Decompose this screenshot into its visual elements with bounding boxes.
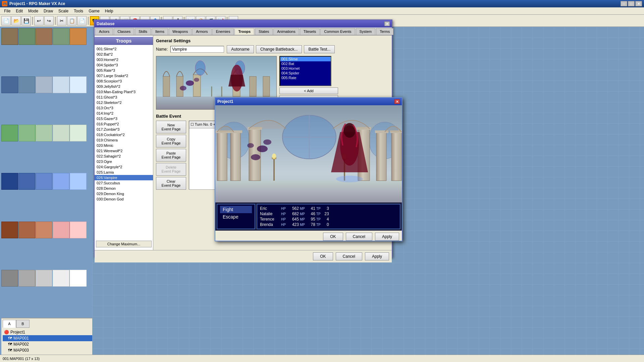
enemy-item-002[interactable]: 002:Bat xyxy=(280,61,331,66)
tab-system[interactable]: System xyxy=(356,28,376,35)
tab-b[interactable]: B xyxy=(16,320,30,328)
tile-cell[interactable] xyxy=(1,270,18,287)
menu-edit[interactable]: Edit xyxy=(13,8,25,14)
tile-cell[interactable] xyxy=(18,270,35,287)
popup-ok-button[interactable]: OK xyxy=(323,233,343,241)
add-enemy-button[interactable]: < Add xyxy=(279,87,338,94)
tile-cell[interactable] xyxy=(70,270,87,287)
tab-skills[interactable]: Skills xyxy=(135,28,151,35)
toolbar-cut[interactable]: ✂ xyxy=(57,16,66,25)
enemy-item-001[interactable]: 001:Slime xyxy=(280,57,331,61)
change-maximum-button[interactable]: Change Maximum... xyxy=(96,241,152,247)
database-close-button[interactable]: ✕ xyxy=(384,21,390,26)
tile-cell[interactable] xyxy=(70,28,87,45)
clear-event-page-button[interactable]: ClearEvent Page xyxy=(156,177,186,190)
autoname-button[interactable]: Autoname xyxy=(227,45,254,53)
maximize-button[interactable]: □ xyxy=(628,1,635,6)
tile-cell[interactable] xyxy=(70,222,87,238)
enemy-list[interactable]: 001:Slime 002:Bat 003:Hornet 004:Spider … xyxy=(279,56,331,86)
tile-cell[interactable] xyxy=(36,270,52,287)
troop-009[interactable]: 009:Jellyfish*2 xyxy=(95,84,153,89)
troop-018[interactable]: 018:Cockatrice*2 xyxy=(95,132,153,137)
troop-029[interactable]: 029:Demon King xyxy=(95,191,153,196)
toolbar-undo[interactable]: ↩ xyxy=(34,16,44,25)
troop-021[interactable]: 021:Werewolf*2 xyxy=(95,148,153,154)
tile-cell[interactable] xyxy=(18,125,35,141)
menu-help[interactable]: Help xyxy=(102,8,116,14)
troop-028[interactable]: 028:Demon xyxy=(95,186,153,191)
enemy-item-005[interactable]: 005:Rate xyxy=(280,75,331,80)
tab-terms[interactable]: Terms xyxy=(376,28,393,35)
troop-002[interactable]: 002:Bat*2 xyxy=(95,52,153,57)
toolbar-copy[interactable]: 📋 xyxy=(67,16,76,25)
troop-name-input[interactable] xyxy=(170,46,224,53)
tile-cell[interactable] xyxy=(1,222,18,238)
troop-015[interactable]: 015:Gazer*3 xyxy=(95,116,153,121)
tile-cell[interactable] xyxy=(18,222,35,238)
tile-cell[interactable] xyxy=(1,125,18,141)
delete-event-page-button[interactable]: DeleteEvent Page xyxy=(156,163,186,176)
popup-apply-button[interactable]: Apply xyxy=(375,233,399,241)
tile-cell[interactable] xyxy=(36,28,52,45)
battle-popup-close-button[interactable]: ✕ xyxy=(394,99,400,104)
tile-cell[interactable] xyxy=(36,173,52,190)
troop-008[interactable]: 008:Scorpion*3 xyxy=(95,78,153,84)
menu-file[interactable]: File xyxy=(1,8,13,14)
paste-event-page-button[interactable]: PasteEvent Page xyxy=(156,149,186,162)
fight-option[interactable]: Fight xyxy=(220,206,252,213)
enemy-item-003[interactable]: 003:Hornet xyxy=(280,66,331,71)
tab-a[interactable]: A xyxy=(3,320,16,328)
tree-map002[interactable]: 🗺 MAP002 xyxy=(3,341,92,347)
change-battleback-button[interactable]: Change Battleback... xyxy=(256,45,302,53)
menu-draw[interactable]: Draw xyxy=(41,8,56,14)
troop-014[interactable]: 014:Imp*2 xyxy=(95,111,153,116)
tile-cell[interactable] xyxy=(53,125,69,141)
toolbar-paste[interactable]: 📄 xyxy=(77,16,87,25)
troop-019[interactable]: 019:Chimera xyxy=(95,137,153,143)
troop-024[interactable]: 024:Gargoyle*2 xyxy=(95,164,153,170)
troop-017[interactable]: 017:Zombie*3 xyxy=(95,127,153,132)
tile-cell[interactable] xyxy=(70,173,87,190)
apply-button[interactable]: Apply xyxy=(365,252,389,260)
tile-cell[interactable] xyxy=(53,270,69,287)
tile-cell[interactable] xyxy=(70,125,87,141)
troop-027[interactable]: 027:Succubus xyxy=(95,180,153,186)
toolbar-new[interactable]: 📄 xyxy=(1,16,11,25)
troop-020[interactable]: 020:Mimic xyxy=(95,143,153,148)
menu-tools[interactable]: Tools xyxy=(71,8,86,14)
troop-001[interactable]: 001:Slime*2 xyxy=(95,46,153,52)
troop-022[interactable]: 022:Sahagin*2 xyxy=(95,154,153,159)
menu-scale[interactable]: Scale xyxy=(56,8,71,14)
menu-game[interactable]: Game xyxy=(86,8,102,14)
troop-025[interactable]: 025:Lamia xyxy=(95,170,153,175)
troop-016[interactable]: 016:Puppet*2 xyxy=(95,121,153,127)
copy-event-page-button[interactable]: CopyEvent Page xyxy=(156,135,186,147)
tile-cell[interactable] xyxy=(1,76,18,93)
tile-cell[interactable] xyxy=(53,222,69,238)
tab-weapons[interactable]: Weapons xyxy=(169,28,192,35)
tab-animations[interactable]: Animations xyxy=(273,28,299,35)
troop-004[interactable]: 004:Spider*3 xyxy=(95,62,153,68)
troop-012[interactable]: 012:Skeleton*2 xyxy=(95,100,153,105)
troop-030[interactable]: 030:Demon God xyxy=(95,196,153,202)
ok-button[interactable]: OK xyxy=(313,252,333,260)
troop-007[interactable]: 007:Large Snake*2 xyxy=(95,73,153,78)
tab-actors[interactable]: Actors xyxy=(95,28,113,35)
toolbar-redo[interactable]: ↪ xyxy=(44,16,54,25)
cancel-button[interactable]: Cancel xyxy=(336,252,362,260)
new-event-page-button[interactable]: NewEvent Page xyxy=(156,121,186,133)
close-button[interactable]: ✕ xyxy=(635,1,642,6)
tile-cell[interactable] xyxy=(36,222,52,238)
troop-023[interactable]: 023:Ogre xyxy=(95,159,153,164)
tree-map003[interactable]: 🗺 MAP003 xyxy=(3,347,92,353)
toolbar-save[interactable]: 💾 xyxy=(21,16,31,25)
enemy-item-004[interactable]: 004:Spider xyxy=(280,71,331,75)
toolbar-open[interactable]: 📂 xyxy=(11,16,21,25)
tile-cell[interactable] xyxy=(36,125,52,141)
tree-project1[interactable]: 🔴 Project1 xyxy=(3,329,92,335)
tab-troops[interactable]: Troops xyxy=(234,28,254,35)
tile-cell[interactable] xyxy=(70,76,87,93)
menu-mode[interactable]: Mode xyxy=(25,8,41,14)
tab-classes[interactable]: Classes xyxy=(114,28,134,35)
troops-list-scroll[interactable]: 001:Slime*2 002:Bat*2 003:Hornet*2 004:S… xyxy=(95,46,153,239)
